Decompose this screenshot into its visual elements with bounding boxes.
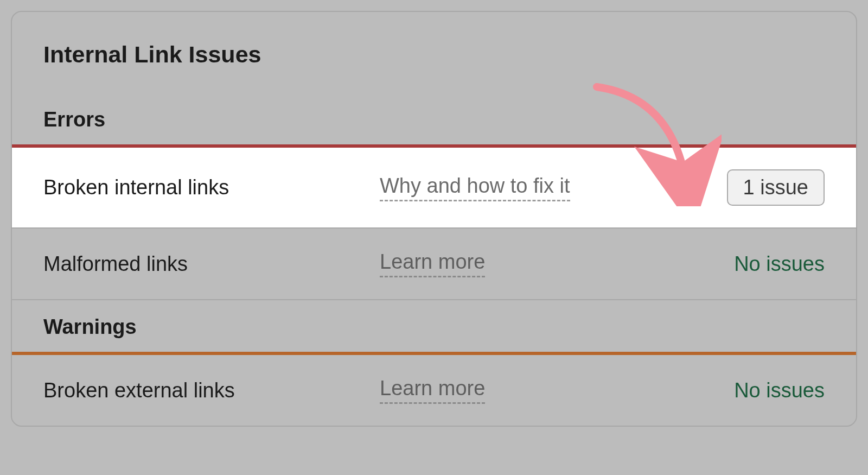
errors-heading: Errors [12,93,856,144]
panel-title: Internal Link Issues [12,12,856,93]
help-link-learn-more[interactable]: Learn more [380,377,485,404]
help-link-why-how-fix[interactable]: Why and how to fix it [380,174,570,201]
help-link-learn-more[interactable]: Learn more [380,250,485,277]
issue-name: Broken external links [43,379,369,402]
issue-row-broken-internal-links[interactable]: Broken internal links Why and how to fix… [12,148,856,227]
issue-row-broken-external-links[interactable]: Broken external links Learn more No issu… [12,355,856,426]
issue-count-badge[interactable]: 1 issue [727,169,825,206]
issue-name: Malformed links [43,252,369,276]
no-issues-label: No issues [734,379,825,402]
no-issues-label: No issues [734,252,825,276]
warnings-heading: Warnings [12,300,856,352]
issue-row-malformed-links[interactable]: Malformed links Learn more No issues [12,229,856,299]
issue-name: Broken internal links [43,176,369,199]
internal-link-issues-panel: Internal Link Issues Errors Broken inter… [11,11,857,427]
